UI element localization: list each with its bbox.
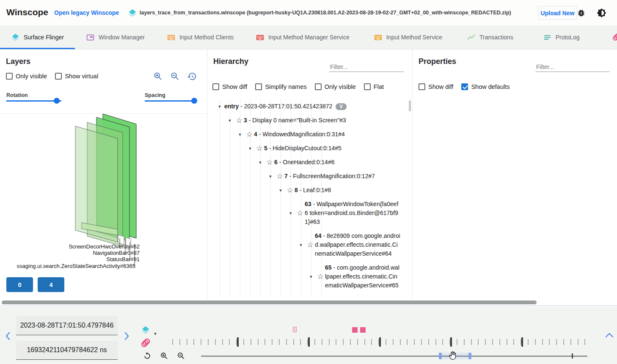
hierarchy-scrollbar[interactable] [409, 100, 411, 111]
display-button-0[interactable]: 0 [6, 277, 33, 292]
star-icon[interactable]: ☆ [306, 240, 315, 249]
star-icon[interactable]: ☆ [245, 130, 254, 139]
flat-checkbox[interactable]: Flat [364, 83, 384, 90]
trace-dropdown-icon[interactable]: ▼ [153, 331, 157, 336]
star-icon[interactable]: ☆ [234, 116, 244, 125]
zoom-in-icon[interactable] [153, 72, 163, 81]
layers-title: Layers [6, 57, 30, 66]
keyboard-icon [374, 33, 383, 42]
collapse-arrow-icon[interactable]: ▼ [296, 243, 306, 247]
star-icon[interactable]: ☆ [285, 186, 295, 195]
hierarchy-filter-input[interactable] [329, 62, 404, 72]
open-legacy-link[interactable]: Open legacy Winscope [54, 9, 119, 16]
display-button-4[interactable]: 4 [38, 277, 64, 292]
checkbox-icon[interactable] [255, 83, 262, 90]
zoom-out-icon[interactable] [177, 352, 185, 362]
zoom-in-icon[interactable] [160, 352, 168, 362]
timeline-entries-track[interactable] [172, 337, 589, 347]
show-defaults-checkbox[interactable]: Show defaults [461, 83, 510, 90]
rotation-slider-thumb[interactable] [54, 98, 60, 104]
checkbox-icon[interactable] [419, 83, 425, 90]
timeline-major-tick[interactable] [308, 337, 310, 347]
tab-transitions[interactable]: Transitions [600, 25, 617, 49]
show-diff-checkbox[interactable]: Show diff [212, 83, 247, 90]
timeline-major-tick[interactable] [379, 337, 381, 347]
layers-trace-icon[interactable] [141, 325, 150, 336]
collapse-arrow-icon[interactable]: ▼ [266, 174, 275, 179]
dark-mode-icon[interactable] [597, 8, 606, 19]
human-time-input[interactable] [16, 316, 118, 335]
collapse-arrow-icon[interactable]: ▼ [235, 132, 245, 137]
tree-node[interactable]: ▼☆ 63 - WallpaperWindowToken{fa0eef6 tok… [286, 197, 400, 229]
tree-node[interactable]: ▼☆ 8 - Leaf:0:1#8 [276, 183, 400, 197]
rect-label: NavigationBar0#87 [0, 250, 140, 256]
spacing-slider[interactable] [145, 100, 197, 102]
next-entry-icon[interactable] [123, 331, 130, 342]
ns-time-input[interactable] [16, 341, 118, 360]
timeline-range-track[interactable] [201, 356, 587, 357]
tree-node[interactable]: ▼☆ 3 - Display 0 name="Built-in Screen"#… [225, 113, 400, 127]
horizontal-scrollbar[interactable] [2, 301, 537, 304]
star-icon[interactable]: ☆ [265, 158, 274, 167]
transitions-trace-icon[interactable] [140, 337, 151, 350]
collapse-arrow-icon[interactable]: ▼ [306, 275, 316, 279]
timeline-major-tick[interactable] [521, 337, 523, 347]
tab-input-method-manager-service[interactable]: Input Method Manager Service [245, 25, 360, 49]
collapse-arrow-icon[interactable]: ▼ [276, 188, 285, 193]
tab-surface-flinger[interactable]: Surface Flinger [0, 25, 75, 49]
tab-window-manager[interactable]: Window Manager [75, 25, 156, 49]
star-icon[interactable]: ☆ [295, 209, 305, 218]
tree-node[interactable]: ▼☆ 5 - HideDisplayCutout:0:14#5 [245, 141, 400, 155]
star-icon[interactable]: ☆ [255, 144, 264, 153]
tab-input-method-clients[interactable]: Input Method Clients [156, 25, 245, 49]
range-handle-right[interactable] [468, 353, 471, 359]
tree-node[interactable]: ▼☆ 4 - WindowedMagnification:0:31#4 [235, 127, 400, 141]
transition-marker[interactable] [360, 327, 366, 333]
properties-filter-input[interactable] [535, 62, 610, 72]
spacing-label: Spacing [145, 92, 165, 98]
transition-marker[interactable] [352, 327, 358, 333]
collapse-timeline-icon[interactable] [604, 331, 614, 341]
line-chart-icon [467, 33, 476, 42]
list-icon [543, 33, 552, 42]
collapse-arrow-icon[interactable]: ▼ [286, 211, 295, 215]
transition-marker[interactable] [293, 327, 297, 332]
tree-node[interactable]: ▼☆ 65 - com.google.android.wallpaper.eff… [306, 261, 400, 292]
spacing-slider-thumb[interactable] [191, 98, 197, 104]
upload-new-button[interactable]: Upload New [538, 6, 577, 20]
refresh-icon[interactable] [143, 352, 151, 362]
show-diff-checkbox[interactable]: Show diff [419, 83, 453, 90]
collapse-arrow-icon[interactable]: ▼ [256, 160, 265, 165]
collapse-arrow-icon[interactable]: ▼ [225, 119, 234, 123]
winscope-app: Winscope Open legacy Winscope layers_tra… [0, 0, 617, 364]
tab-transactions[interactable]: Transactions [456, 25, 524, 49]
prev-entry-icon[interactable] [4, 331, 12, 342]
star-icon[interactable]: ☆ [275, 172, 284, 181]
only-visible-checkbox[interactable]: Only visible [315, 83, 356, 90]
zoom-out-icon[interactable] [170, 72, 180, 81]
checkbox-icon[interactable] [6, 73, 13, 80]
tree-node[interactable]: ▼☆ 7 - FullscreenMagnification:0:12#7 [266, 169, 400, 183]
checkbox-icon[interactable] [212, 83, 219, 90]
checkbox-icon[interactable] [364, 83, 371, 90]
tab-input-method-service[interactable]: Input Method Service [363, 25, 453, 49]
tree-node[interactable]: ▼☆ 64 - 8e26909 com.google.android.wallp… [296, 229, 400, 261]
tree-node[interactable]: ▼☆ 6 - OneHanded:0:14#6 [256, 155, 400, 169]
bug-report-icon[interactable] [577, 8, 586, 19]
tab-protolog[interactable]: ProtoLog [532, 25, 591, 49]
only-visible-checkbox[interactable]: Only visible [6, 73, 47, 80]
reset-zoom-icon[interactable] [187, 72, 197, 81]
collapse-arrow-icon[interactable]: ▼ [245, 146, 255, 151]
checkbox-checked-icon[interactable] [461, 83, 468, 90]
checkbox-icon[interactable] [315, 83, 322, 90]
rotation-slider[interactable] [6, 100, 61, 102]
checkbox-icon[interactable] [55, 73, 62, 80]
range-handle-left[interactable] [439, 353, 442, 359]
show-virtual-checkbox[interactable]: Show virtual [55, 73, 98, 80]
timeline-major-tick[interactable] [450, 337, 452, 347]
tree-node-entry[interactable]: ▼ entry - 2023-08-28T17:01:50.421423872 … [215, 99, 400, 113]
simplify-names-checkbox[interactable]: Simplify names [255, 83, 306, 90]
collapse-arrow-icon[interactable]: ▼ [215, 105, 224, 109]
star-icon[interactable]: ☆ [316, 272, 325, 281]
timeline-major-tick[interactable] [237, 337, 239, 347]
